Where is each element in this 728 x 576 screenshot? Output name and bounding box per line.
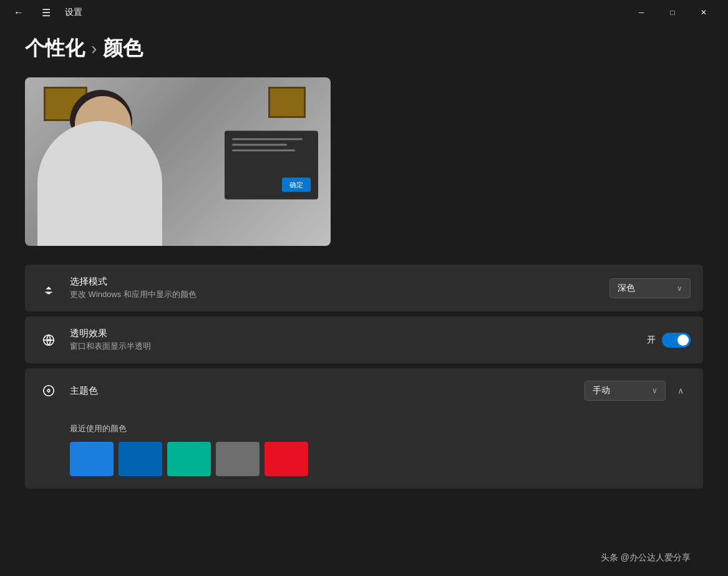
minimize-button[interactable]: ─ (627, 2, 656, 22)
svg-rect-1 (47, 293, 51, 294)
settings-section: 选择模式 更改 Windows 和应用中显示的颜色 深色 ∨ 透明效果 窗口和表… (25, 265, 703, 489)
theme-color-control: 手动 ∨ ∧ (585, 381, 691, 401)
transparency-toggle[interactable] (662, 333, 691, 348)
transparency-text: 透明效果 窗口和表面显示半透明 (70, 328, 647, 352)
theme-color-dropdown-arrow: ∨ (652, 386, 658, 395)
theme-color-title: 主题色 (70, 385, 585, 397)
breadcrumb-current: 颜色 (103, 35, 143, 62)
theme-color-expanded: 最近使用的颜色 (25, 413, 703, 489)
breadcrumb-separator: › (91, 39, 97, 59)
mode-dropdown[interactable]: 深色 ∨ (609, 278, 691, 298)
mode-title: 选择模式 (70, 276, 609, 288)
page-heading: 个性化 › 颜色 (0, 25, 728, 77)
person-body (37, 121, 162, 246)
recent-colors-label: 最近使用的颜色 (70, 423, 691, 434)
transparency-icon (37, 329, 60, 351)
preview-person (25, 77, 202, 246)
preview-dialog: 确定 (225, 131, 318, 200)
menu-button[interactable]: ☰ (37, 4, 55, 21)
theme-color-icon (37, 379, 60, 402)
mode-dropdown-label: 深色 (618, 283, 635, 294)
color-swatch-3[interactable] (216, 442, 260, 476)
dialog-line-3 (232, 150, 295, 152)
window-controls: ─ □ ✕ (627, 2, 718, 22)
dialog-line-1 (232, 139, 303, 140)
transparency-setting-row: 透明效果 窗口和表面显示半透明 开 (25, 316, 703, 363)
transparency-control: 开 (647, 333, 691, 348)
theme-color-dropdown[interactable]: 手动 ∨ (585, 381, 666, 401)
svg-point-3 (47, 339, 50, 341)
color-swatch-2[interactable] (167, 442, 211, 476)
watermark: 头条 @办公达人爱分享 (601, 552, 691, 564)
dialog-line-2 (232, 144, 287, 146)
theme-color-expand-button[interactable]: ∧ (671, 381, 691, 401)
close-button[interactable]: ✕ (689, 2, 718, 22)
mode-setting-row: 选择模式 更改 Windows 和应用中显示的颜色 深色 ∨ (25, 265, 703, 311)
mode-text: 选择模式 更改 Windows 和应用中显示的颜色 (70, 276, 609, 300)
breadcrumb-parent: 个性化 (25, 35, 85, 62)
svg-point-5 (47, 389, 50, 392)
mode-icon (37, 277, 60, 300)
title-bar-left: ← ☰ 设置 (10, 4, 82, 21)
mode-dropdown-arrow: ∨ (677, 284, 682, 293)
theme-color-dropdown-label: 手动 (593, 385, 610, 396)
transparency-desc: 窗口和表面显示半透明 (70, 341, 647, 352)
color-swatches (70, 442, 691, 476)
toggle-knob (677, 334, 689, 346)
color-swatch-0[interactable] (70, 442, 114, 476)
mode-desc: 更改 Windows 和应用中显示的颜色 (70, 289, 609, 300)
dialog-lines (232, 139, 311, 152)
wall-frame-right (268, 87, 306, 118)
theme-color-row: 主题色 手动 ∨ ∧ (25, 368, 703, 413)
color-swatch-1[interactable] (119, 442, 162, 476)
preview-background: 确定 (25, 77, 331, 246)
transparency-title: 透明效果 (70, 328, 647, 339)
color-swatch-4[interactable] (265, 442, 308, 476)
theme-color-text: 主题色 (70, 385, 585, 397)
toggle-label: 开 (647, 334, 656, 346)
mode-control: 深色 ∨ (609, 278, 691, 298)
title-bar: ← ☰ 设置 ─ □ ✕ (0, 0, 728, 25)
back-button[interactable]: ← (10, 4, 27, 21)
dialog-ok-button[interactable]: 确定 (282, 178, 311, 192)
dialog-button-row: 确定 (232, 178, 311, 192)
preview-container: 确定 (25, 77, 331, 246)
svg-rect-0 (46, 291, 52, 293)
maximize-button[interactable]: □ (658, 2, 687, 22)
window-title: 设置 (65, 7, 82, 18)
